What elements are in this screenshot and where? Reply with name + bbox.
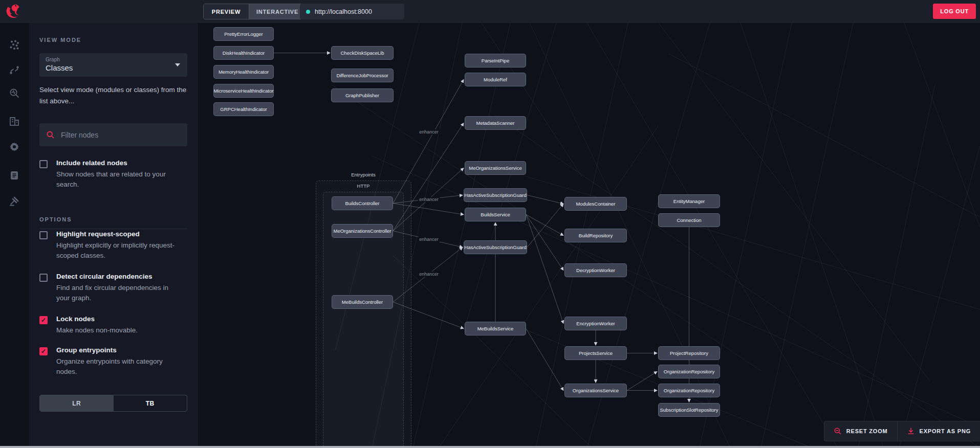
graph-node-organization-repository-1[interactable]: OrganizationRepository — [658, 365, 720, 378]
graph-node-organizations-service[interactable]: OrganizationsService — [564, 384, 627, 397]
tab-interactive[interactable]: INTERACTIVE — [249, 4, 306, 19]
nestjs-logo — [6, 3, 23, 20]
export-as-png-label: EXPORT AS PNG — [920, 428, 971, 434]
download-icon — [907, 427, 915, 435]
graph-node-project-repository[interactable]: ProjectRepository — [658, 346, 720, 360]
include-related-title: Include related nodes — [56, 159, 173, 168]
graph-node-disk-health-indicator[interactable]: DiskHealthIndicator — [213, 46, 274, 60]
option-title: Lock nodes — [56, 315, 175, 324]
graph-canvas[interactable]: Entrypoints HTTP PrettyErrorLoggerDiskHe… — [198, 23, 980, 448]
edge-label-enhancer: enhancer — [418, 272, 440, 277]
lock-nodes-checkbox[interactable]: ✓ — [39, 316, 48, 324]
graph-node-encryption-worker[interactable]: EncryptionWorker — [564, 317, 627, 330]
option-row: Detect circular dependencies Find and fi… — [39, 272, 189, 304]
app-window: PREVIEW INTERACTIVE http://localhost:800… — [0, 0, 980, 448]
graph-node-entity-manager[interactable]: EntityManager — [658, 194, 720, 208]
sidebar-item-routes[interactable] — [4, 60, 25, 80]
graph-node-has-active-subscription-guard-2[interactable]: HasActiveSubscriptionGuard — [464, 240, 527, 254]
graph-node-check-disk-space-lib[interactable]: CheckDiskSpaceLib — [331, 46, 394, 60]
sidebar-item-audit[interactable] — [4, 191, 25, 211]
search-icon — [46, 130, 55, 139]
graph-mode-select[interactable]: Graph Classes — [39, 53, 187, 77]
canvas-actions: RESET ZOOM EXPORT AS PNG — [824, 421, 980, 441]
edge-label-enhancer: enhancer — [418, 237, 440, 242]
horizontal-scrollbar[interactable] — [0, 446, 980, 448]
direction-lr-button[interactable]: LR — [40, 395, 114, 411]
zoom-reset-icon — [834, 427, 842, 435]
edge-label-enhancer: enhancer — [418, 129, 440, 135]
graph-node-pretty-error-logger[interactable]: PrettyErrorLogger — [213, 27, 274, 41]
option-title: Detect circular dependencies — [56, 272, 175, 281]
reset-zoom-button[interactable]: RESET ZOOM — [824, 421, 897, 441]
highlight-request-scoped-checkbox[interactable] — [39, 231, 48, 239]
graph-icon — [9, 39, 20, 51]
chevron-down-icon — [175, 63, 180, 66]
document-icon — [9, 170, 20, 181]
graph-node-graph-publisher[interactable]: GraphPublisher — [331, 88, 394, 102]
graph-node-me-builds-service[interactable]: MeBuildsService — [465, 322, 526, 335]
graph-node-projects-service[interactable]: ProjectsService — [564, 346, 627, 360]
filter-nodes-input[interactable] — [60, 130, 181, 140]
sidebar-item-organization[interactable] — [4, 111, 25, 131]
option-row: Highlight request-scoped Highlight expli… — [39, 230, 189, 261]
sidebar-item-settings[interactable] — [4, 137, 25, 157]
status-dot-icon — [306, 10, 310, 14]
group-entrypoints-checkbox[interactable]: ✓ — [39, 347, 48, 355]
graph-node-me-organizations-service[interactable]: MeOrganizationsService — [465, 161, 526, 175]
edge-label-enhancer: enhancer — [418, 197, 440, 202]
settings-panel: VIEW MODE Graph Classes Select view mode… — [29, 23, 198, 448]
graph-node-me-builds-controller[interactable]: MeBuildsController — [332, 295, 393, 309]
option-desc: Make nodes non-movable. — [56, 325, 175, 336]
graph-node-build-repository[interactable]: BuildRepository — [564, 229, 627, 242]
graph-node-builds-service[interactable]: BuildsService — [465, 208, 526, 221]
view-tabs: PREVIEW INTERACTIVE — [203, 4, 306, 19]
graph-mode-label: Graph — [46, 57, 181, 62]
detect-circular-dependencies-checkbox[interactable] — [39, 274, 48, 282]
options-title: OPTIONS — [39, 216, 72, 222]
icon-rail — [0, 23, 29, 448]
option-title: Highlight request-scoped — [56, 230, 175, 239]
building-icon — [9, 116, 20, 127]
graph-node-difference-job-processor[interactable]: DifferenceJobProcessor — [331, 69, 394, 82]
view-mode-title: VIEW MODE — [39, 37, 81, 43]
include-related-checkbox[interactable] — [39, 160, 48, 168]
scan-search-icon — [9, 87, 20, 99]
graph-node-grpc-health-indicator[interactable]: GRPCHealthIndicator — [213, 102, 274, 116]
option-title: Group entrypoints — [56, 346, 175, 355]
graph-node-microservice-health-indicator[interactable]: MicroserviceHealthIndicator — [213, 84, 274, 98]
include-related-row: Include related nodes Show nodes that ar… — [39, 159, 189, 190]
graph-node-organization-repository-2[interactable]: OrganizationRepository — [658, 384, 720, 397]
http-group-label: HTTP — [357, 183, 370, 189]
direction-tb-button[interactable]: TB — [114, 395, 187, 411]
option-row: ✓ Lock nodes Make nodes non-movable. — [39, 315, 189, 335]
sidebar-item-inspect[interactable] — [4, 83, 25, 103]
graph-node-me-organizations-controller[interactable]: MeOrganizationsController — [332, 224, 393, 238]
graph-node-memory-health-indicator[interactable]: MemoryHealthIndicator — [213, 65, 274, 79]
option-desc: Organize entrypoints with category nodes… — [56, 356, 175, 378]
topbar: PREVIEW INTERACTIVE http://localhost:800… — [0, 0, 980, 23]
route-icon — [9, 64, 20, 76]
reset-zoom-label: RESET ZOOM — [846, 428, 888, 434]
sidebar-item-graph[interactable] — [4, 35, 25, 55]
graph-node-module-ref[interactable]: ModuleRef — [465, 73, 526, 86]
layout-direction-toggle: LR TB — [39, 395, 187, 412]
option-desc: Highlight explicitly or implicitly reque… — [56, 240, 175, 262]
entrypoints-group-label: Entrypoints — [351, 172, 376, 177]
app-url-field[interactable]: http://localhost:8000 — [300, 4, 404, 19]
graph-node-metadata-scanner[interactable]: MetadataScanner — [465, 116, 526, 130]
export-as-png-button[interactable]: EXPORT AS PNG — [897, 421, 980, 441]
log-out-button[interactable]: LOG OUT — [933, 4, 976, 19]
graph-node-has-active-subscription-guard-1[interactable]: HasActiveSubscriptionGuard — [464, 188, 527, 202]
sidebar-item-docs[interactable] — [4, 165, 25, 186]
graph-node-subscription-slot-repository[interactable]: SubscriptionSlotRepository — [658, 403, 720, 417]
graph-node-parse-int-pipe[interactable]: ParseIntPipe — [465, 54, 526, 68]
option-row: ✓ Group entrypoints Organize entrypoints… — [39, 346, 189, 377]
tab-preview[interactable]: PREVIEW — [204, 4, 249, 19]
gavel-icon — [9, 195, 20, 207]
graph-node-connection[interactable]: Connection — [658, 213, 720, 227]
divider — [39, 229, 187, 229]
gear-icon — [9, 141, 20, 152]
graph-node-modules-container[interactable]: ModulesContainer — [564, 197, 627, 211]
graph-node-builds-controller[interactable]: BuildsController — [332, 196, 393, 210]
graph-node-decryption-worker[interactable]: DecryptionWorker — [564, 263, 627, 277]
